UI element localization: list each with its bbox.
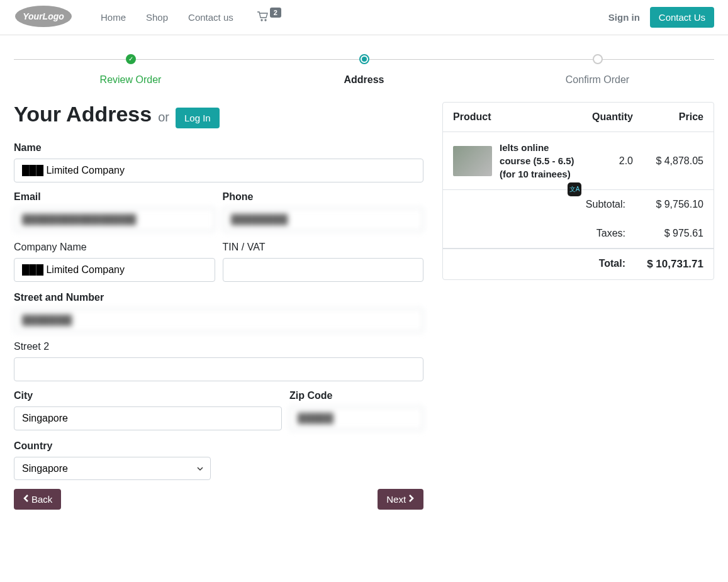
product-name: Ielts online course (5.5 - 6.5) (for 10 …: [500, 141, 575, 181]
label-email: Email: [14, 191, 215, 203]
header-right: Sign in Contact Us: [608, 7, 714, 28]
form-actions: Back Next: [14, 489, 423, 510]
address-form-section: Your Address or Log In Name Email Phone …: [14, 102, 423, 510]
check-icon: ✓: [128, 56, 133, 62]
street-input[interactable]: [14, 308, 423, 332]
main-nav: Home Shop Contact us: [91, 7, 244, 28]
page-container: Your Address or Log In Name Email Phone …: [0, 102, 728, 535]
country-select[interactable]: Singapore: [14, 457, 211, 480]
vat-input[interactable]: [223, 258, 424, 282]
header-price: Price: [641, 111, 703, 123]
label-street: Street and Number: [14, 292, 423, 303]
svg-text:YourLogo: YourLogo: [23, 11, 64, 21]
label-street2: Street 2: [14, 341, 423, 352]
subtotal-label: Subtotal:: [586, 199, 625, 210]
label-company: Company Name: [14, 242, 215, 253]
phone-input[interactable]: [223, 208, 424, 232]
step-review-order[interactable]: ✓ Review Order: [14, 54, 247, 86]
chevron-left-icon: [23, 494, 29, 505]
taxes-row: Taxes: $ 975.61: [443, 219, 714, 248]
step-dot-active: [359, 54, 369, 64]
subtotal-value: $ 9,756.10: [641, 199, 703, 210]
or-text: or: [158, 110, 169, 125]
sign-in-link[interactable]: Sign in: [608, 12, 640, 23]
taxes-value: $ 975.61: [641, 228, 703, 239]
top-header: YourLogo Home Shop Contact us 2 Sign in …: [0, 0, 728, 35]
translate-app-icon: 文A: [568, 182, 581, 196]
next-button[interactable]: Next: [378, 489, 423, 510]
summary-line-item: Ielts online course (5.5 - 6.5) (for 10 …: [443, 132, 714, 190]
contact-us-button[interactable]: Contact Us: [650, 7, 714, 28]
step-label: Address: [247, 74, 481, 86]
label-city: City: [14, 390, 282, 401]
product-thumbnail: [453, 146, 492, 176]
nav-home[interactable]: Home: [91, 7, 136, 28]
label-phone: Phone: [223, 191, 424, 203]
cart-button[interactable]: 2: [257, 11, 280, 24]
street2-input[interactable]: [14, 357, 423, 381]
summary-subtotals: 文A Subtotal: $ 9,756.10 Taxes: $ 975.61: [443, 190, 714, 249]
taxes-label: Taxes:: [596, 228, 625, 239]
product-qty: 2.0: [583, 155, 633, 167]
page-title: Your Address or Log In: [14, 102, 423, 128]
total-value: $ 10,731.71: [641, 258, 703, 271]
step-dot-done: ✓: [126, 54, 136, 64]
logo[interactable]: YourLogo: [14, 4, 73, 31]
chevron-right-icon: [408, 494, 415, 505]
city-input[interactable]: [14, 406, 282, 430]
checkout-stepper: ✓ Review Order Address Confirm Order: [14, 54, 714, 86]
email-input[interactable]: [14, 208, 215, 232]
page-heading: Your Address: [14, 102, 152, 126]
name-input[interactable]: [14, 159, 423, 182]
log-in-button[interactable]: Log In: [176, 108, 220, 128]
step-label: Confirm Order: [481, 74, 714, 86]
step-confirm-order: Confirm Order: [481, 54, 714, 86]
back-label: Back: [31, 494, 52, 505]
cart-count-badge: 2: [270, 8, 281, 18]
label-vat: TIN / VAT: [223, 242, 424, 253]
step-dot-pending: [593, 54, 603, 64]
step-label: Review Order: [14, 74, 247, 86]
summary-box: Product Quantity Price Ielts online cour…: [442, 102, 714, 280]
header-product: Product: [453, 111, 575, 123]
company-input[interactable]: [14, 258, 215, 282]
label-country: Country: [14, 440, 211, 452]
next-label: Next: [386, 494, 406, 505]
total-label: Total:: [453, 258, 641, 271]
label-name: Name: [14, 142, 423, 154]
nav-shop[interactable]: Shop: [136, 7, 178, 28]
zip-input[interactable]: [289, 406, 423, 430]
product-price: $ 4,878.05: [641, 155, 703, 167]
summary-header-row: Product Quantity Price: [443, 103, 714, 132]
header-qty: Quantity: [583, 111, 633, 123]
order-summary: Product Quantity Price Ielts online cour…: [442, 102, 714, 510]
back-button[interactable]: Back: [14, 489, 61, 510]
cart-icon: [257, 11, 269, 24]
label-zip: Zip Code: [289, 390, 423, 401]
step-address[interactable]: Address: [247, 54, 481, 86]
total-row: Total: $ 10,731.71: [443, 249, 714, 279]
nav-contact[interactable]: Contact us: [178, 7, 244, 28]
